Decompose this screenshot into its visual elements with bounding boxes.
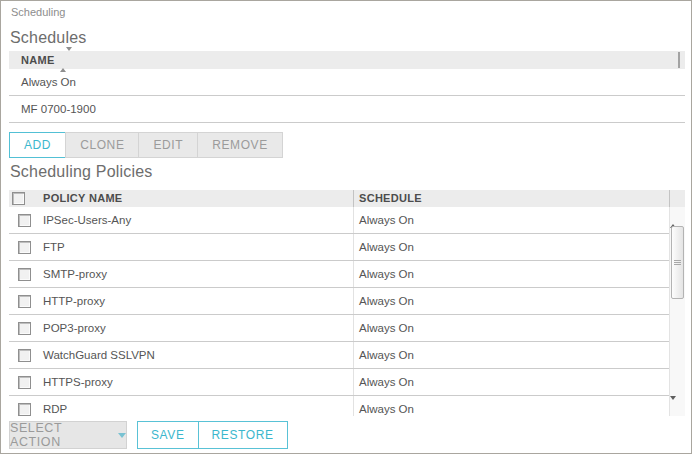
policy-row[interactable]: HTTPS-proxyAlways On	[9, 369, 669, 396]
scroll-down-icon	[670, 396, 676, 416]
policy-name-cell: FTP	[43, 234, 65, 260]
policy-row[interactable]: HTTP-proxyAlways On	[9, 288, 669, 315]
breadcrumb: Scheduling	[11, 6, 65, 18]
policy-name-cell: HTTP-proxy	[43, 288, 105, 314]
save-button[interactable]: SAVE	[137, 421, 199, 449]
policy-row[interactable]: RDPAlways On	[9, 396, 669, 416]
policy-row-checkbox[interactable]	[18, 268, 31, 281]
policy-name-cell: SMTP-proxy	[43, 261, 107, 287]
policy-row[interactable]: IPSec-Users-AnyAlways On	[9, 207, 669, 234]
policy-row-checkbox[interactable]	[18, 403, 31, 416]
policies-title: Scheduling Policies	[10, 163, 153, 181]
policy-name-cell: WatchGuard SSLVPN	[43, 342, 155, 368]
scroll-thumb-grip-icon	[674, 260, 681, 265]
policy-name-cell: HTTPS-proxy	[43, 369, 113, 395]
scroll-thumb[interactable]	[671, 226, 684, 299]
select-action-button[interactable]: SELECT ACTION	[9, 421, 127, 449]
scroll-up-button[interactable]	[670, 207, 685, 223]
schedules-table: NAME Always OnMF 0700-1900	[9, 51, 685, 123]
policies-scroll-viewport: IPSec-Users-AnyAlways OnFTPAlways OnSMTP…	[9, 207, 685, 416]
policy-name-cell: POP3-proxy	[43, 315, 106, 341]
policy-row-checkbox[interactable]	[18, 376, 31, 389]
clone-button[interactable]: CLONE	[65, 132, 139, 158]
caret-down-icon	[118, 433, 126, 438]
policy-row-checkbox[interactable]	[18, 322, 31, 335]
name-column-header[interactable]: NAME	[21, 54, 55, 66]
schedules-title: Schedules	[10, 29, 87, 47]
policy-schedule-cell: Always On	[359, 261, 414, 287]
policy-schedule-cell: Always On	[359, 288, 414, 314]
scroll-down-button[interactable]	[670, 400, 685, 416]
add-button[interactable]: ADD	[9, 132, 66, 158]
footer-actions: SELECT ACTION SAVE RESTORE	[9, 421, 288, 449]
edit-button[interactable]: EDIT	[138, 132, 198, 158]
policy-row[interactable]: WatchGuard SSLVPNAlways On	[9, 342, 669, 369]
policy-row-checkbox[interactable]	[18, 295, 31, 308]
select-action-label: SELECT ACTION	[10, 421, 110, 449]
policy-row[interactable]: FTPAlways On	[9, 234, 669, 261]
select-all-checkbox[interactable]	[12, 192, 25, 205]
scrollbar[interactable]	[669, 207, 685, 416]
schedules-actions: ADD CLONE EDIT REMOVE	[9, 132, 283, 158]
policy-schedule-cell: Always On	[359, 315, 414, 341]
scheduling-page: Scheduling Schedules NAME Always OnMF 07…	[0, 0, 692, 454]
column-divider	[669, 190, 670, 207]
schedules-table-body: Always OnMF 0700-1900	[9, 69, 685, 123]
sort-icon[interactable]	[60, 51, 72, 69]
policies-table-header: POLICY NAME SCHEDULE	[9, 190, 685, 207]
remove-button[interactable]: REMOVE	[197, 132, 283, 158]
schedule-row[interactable]: Always On	[9, 69, 685, 96]
policy-row-checkbox[interactable]	[18, 241, 31, 254]
policy-row-checkbox[interactable]	[18, 214, 31, 227]
policy-schedule-cell: Always On	[359, 234, 414, 260]
schedule-row[interactable]: MF 0700-1900	[9, 96, 685, 123]
policy-name-cell: RDP	[43, 396, 67, 416]
policy-schedule-cell: Always On	[359, 342, 414, 368]
policy-schedule-cell: Always On	[359, 369, 414, 395]
schedule-name: Always On	[21, 76, 76, 88]
schedule-column-header[interactable]: SCHEDULE	[359, 192, 422, 204]
schedules-table-header[interactable]: NAME	[9, 51, 685, 69]
column-divider	[353, 190, 354, 207]
policies-table-body: IPSec-Users-AnyAlways OnFTPAlways OnSMTP…	[9, 207, 685, 416]
policies-table: POLICY NAME SCHEDULE IPSec-Users-AnyAlwa…	[9, 190, 685, 416]
policy-row-checkbox[interactable]	[18, 349, 31, 362]
restore-button[interactable]: RESTORE	[198, 421, 288, 449]
policy-name-cell: IPSec-Users-Any	[43, 207, 131, 233]
scroll-up-icon	[670, 207, 676, 228]
policy-schedule-cell: Always On	[359, 396, 414, 416]
policy-name-column-header[interactable]: POLICY NAME	[43, 192, 123, 204]
schedule-name: MF 0700-1900	[21, 103, 96, 115]
policy-row[interactable]: SMTP-proxyAlways On	[9, 261, 669, 288]
policy-row[interactable]: POP3-proxyAlways On	[9, 315, 669, 342]
policy-schedule-cell: Always On	[359, 207, 414, 233]
